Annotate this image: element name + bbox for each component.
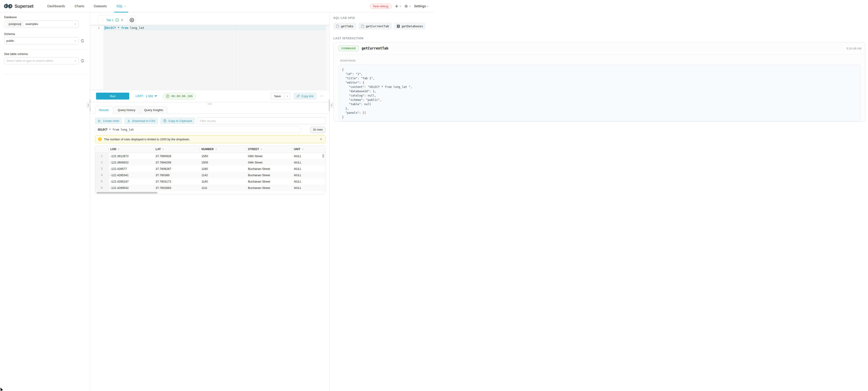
chevron-down-icon: ∨: [74, 59, 76, 62]
sort-icon[interactable]: ▲▼: [215, 148, 217, 150]
column-header-number[interactable]: NUMBER▲▼: [199, 146, 246, 153]
table-select[interactable]: Select table or type to search tables ∨: [4, 57, 79, 64]
cell-lat: 37.7694259: [154, 159, 199, 166]
settings-menu[interactable]: Settings ∨: [414, 4, 429, 8]
get-databases-button[interactable]: getDatabases: [394, 23, 426, 30]
nav-item-sql[interactable]: SQL ∨: [112, 0, 131, 12]
cell-lon: -122.3908502: [108, 159, 154, 166]
create-chart-button[interactable]: Create chart: [95, 118, 122, 124]
row-index: 4: [95, 172, 108, 178]
column-header-lon[interactable]: LON▲▼: [108, 146, 154, 153]
nav-item-charts[interactable]: Charts: [70, 0, 89, 12]
row-index: 1: [95, 153, 108, 159]
database-name: examples: [25, 22, 38, 26]
row-count-badge[interactable]: 1k rows: [310, 127, 326, 133]
save-options-button[interactable]: ∨: [284, 93, 291, 99]
sort-icon[interactable]: ▲▼: [261, 148, 262, 150]
cell-lat: 37.7803172: [154, 178, 199, 185]
run-button[interactable]: Run: [96, 93, 129, 99]
cell-street: 04th Street: [246, 153, 292, 159]
editor-scrollbar-track[interactable]: [326, 26, 329, 90]
superset-logo[interactable]: Superset: [4, 3, 33, 9]
drag-handle-icon[interactable]: ⋮: [101, 19, 104, 22]
copy-icon: [163, 119, 166, 122]
sort-icon[interactable]: ▲▼: [118, 148, 120, 150]
editor-tab[interactable]: ⋮ Tab 1 ✕: [98, 15, 127, 25]
tab-query-insights[interactable]: Query Insights: [140, 106, 167, 114]
sql-lab-api-panel: SQL LAB APIS getTabs getCurrentTab getDa…: [330, 12, 434, 195]
editor-tab-title[interactable]: Tab 1: [106, 19, 114, 22]
add-tab-button[interactable]: [128, 15, 136, 25]
collapse-left-panel-button[interactable]: ‹: [87, 102, 90, 108]
download-icon: [127, 119, 130, 122]
column-header-lat[interactable]: LAT▲▼: [154, 146, 199, 153]
refresh-tables-icon[interactable]: [81, 59, 84, 63]
cell-street: Buchanan Street: [246, 166, 292, 172]
limit-dropdown[interactable]: LIMIT: 1 000: [135, 94, 157, 98]
sort-icon[interactable]: ▲▼: [162, 148, 164, 150]
table-vertical-scrollbar[interactable]: [322, 154, 324, 158]
new-item-menu[interactable]: ∨: [395, 4, 401, 8]
row-index: 3: [95, 166, 108, 172]
results-tab-bar: Results Query history Query Insights: [90, 106, 329, 114]
column-header-street[interactable]: STREET▲▼: [246, 146, 292, 153]
cell-number: 1140: [199, 178, 246, 185]
theme-menu[interactable]: ∨: [404, 4, 411, 8]
sql-code-editor[interactable]: 1 SELECT * from long_lat: [90, 26, 329, 90]
link-icon: [297, 94, 300, 98]
column-label: NUMBER: [202, 148, 214, 151]
nav-item-dashboards[interactable]: Dashboards: [42, 0, 70, 12]
sun-icon: [404, 4, 408, 8]
table-horizontal-scrollbar-track: [95, 191, 325, 194]
table-row[interactable]: 3-122.42857737.78062671160Buchanan Stree…: [95, 166, 325, 172]
check-circle-icon: [115, 18, 119, 22]
database-select[interactable]: postgresql examples ∨: [4, 21, 79, 28]
get-current-tab-button[interactable]: getCurrentTab: [359, 23, 392, 30]
tab-query-history[interactable]: Query history: [114, 106, 139, 114]
table-row[interactable]: 4-122.428534137.7803851142Buchanan Stree…: [95, 172, 325, 178]
cell-lon: -122.3912672: [108, 153, 154, 159]
more-actions-button[interactable]: ⋯: [320, 94, 323, 98]
table-row[interactable]: 2-122.390850237.7694259150504th StreetNU…: [95, 159, 325, 166]
right-scrollbar-thumb[interactable]: [329, 99, 330, 111]
caret-down-icon: [155, 95, 157, 97]
cell-street: Buchanan Street: [246, 172, 292, 178]
chevron-down-icon: ∨: [74, 39, 76, 42]
table-horizontal-scrollbar[interactable]: [96, 192, 157, 194]
cell-number: 1142: [199, 172, 246, 178]
schema-select[interactable]: public ∨: [4, 37, 79, 44]
sort-icon[interactable]: ▲▼: [302, 148, 304, 150]
tab-results[interactable]: Results: [95, 106, 113, 114]
cell-number: 1160: [199, 166, 246, 172]
environment-badge: flask-debug: [370, 4, 392, 9]
get-tabs-button[interactable]: getTabs: [333, 23, 356, 30]
brand-name: Superset: [14, 4, 33, 9]
api-buttons-row: getTabs getCurrentTab getDatabases: [333, 23, 434, 30]
nav-item-datasets[interactable]: Datasets: [89, 0, 112, 12]
download-csv-button[interactable]: Download to CSV: [124, 118, 158, 124]
close-warning-icon[interactable]: ✕: [319, 137, 322, 141]
chevron-down-icon: ∨: [400, 5, 401, 7]
query-preview-row: SELECT * from long_lat 1k rows: [95, 127, 326, 133]
warning-text: The number of rows displayed is limited …: [104, 138, 190, 141]
filter-results-input[interactable]: [197, 118, 326, 124]
pane-resize-handle[interactable]: [208, 103, 212, 105]
close-tab-icon[interactable]: ✕: [121, 19, 124, 22]
copy-link-button[interactable]: Copy link: [293, 93, 316, 99]
database-engine-tag: postgresql: [6, 22, 23, 26]
superset-infinity-icon: [4, 3, 12, 9]
copy-to-clipboard-button[interactable]: Copy to Clipboard: [160, 118, 195, 124]
response-json: { "id": "1", "title": "Tab 1", "editor":…: [342, 67, 434, 119]
chevron-down-icon: ∨: [124, 5, 126, 7]
save-button[interactable]: Save: [271, 93, 284, 99]
sql-lab-main-panel: ⋮ Tab 1 ✕ 1 SELECT * from long_lat Run: [90, 12, 330, 195]
column-header-unit[interactable]: UNIT▲▼: [292, 146, 325, 153]
query-preview[interactable]: SELECT * from long_lat: [95, 127, 301, 133]
collapse-right-panel-button[interactable]: ›: [330, 102, 333, 108]
table-row[interactable]: 1-122.391267237.7690928155004th StreetNU…: [95, 153, 325, 159]
table-row[interactable]: 6-122.428954237.78028831111Buchanan Stre…: [95, 185, 325, 191]
cell-unit: NULL: [292, 172, 325, 178]
table-row[interactable]: 5-122.428524737.78031721140Buchanan Stre…: [95, 178, 325, 185]
cell-lon: -122.4289542: [108, 185, 154, 191]
refresh-schemas-icon[interactable]: [81, 39, 84, 43]
